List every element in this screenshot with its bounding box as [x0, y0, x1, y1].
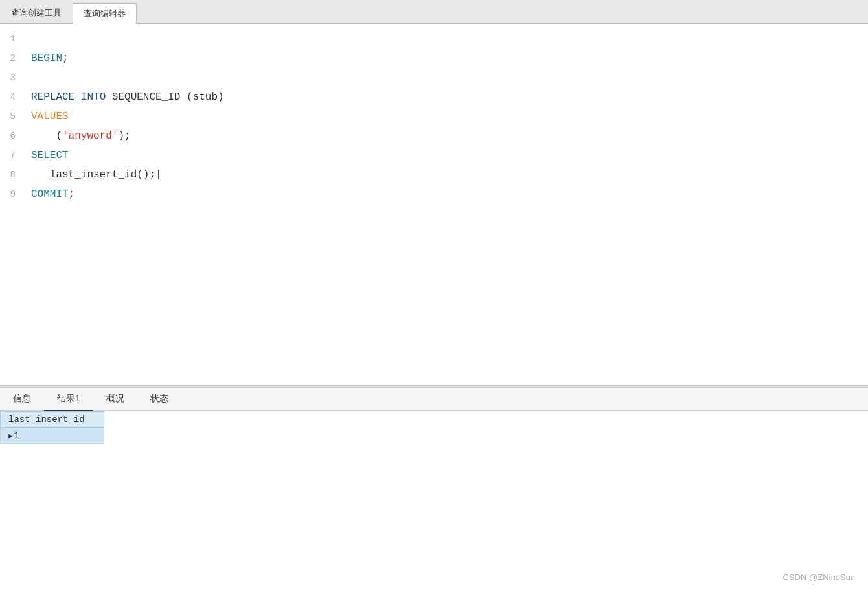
line-number-4: 4 [0, 87, 16, 107]
cell-value-1: ►1 [1, 428, 104, 444]
row-arrow-icon: ► [8, 432, 13, 440]
result-tab-overview[interactable]: 概况 [93, 388, 137, 410]
result-content: last_insert_id ►1 [0, 411, 868, 595]
line-numbers: 1 2 3 4 5 6 7 8 9 [0, 29, 26, 379]
result-tab-status[interactable]: 状态 [137, 388, 181, 410]
code-editor[interactable]: 1 2 3 4 5 6 7 8 9 BEGIN; REPLACE INTO SE… [0, 24, 868, 385]
str-anyword: 'anyword' [62, 130, 118, 142]
code-line-7: SELECT [31, 146, 868, 165]
code-line-2: BEGIN; [31, 49, 868, 68]
result-tab-result1[interactable]: 结果1 [44, 388, 93, 411]
kw-replace: REPLACE [31, 91, 74, 103]
code-line-8: last_insert_id();| [31, 165, 868, 185]
table-row[interactable]: ►1 [1, 428, 104, 444]
table-header-row: last_insert_id [1, 412, 104, 428]
code-line-4: REPLACE INTO SEQUENCE_ID (stub) [31, 87, 868, 107]
app-container: 查询创建工具 查询编辑器 1 2 3 4 5 6 7 8 9 BEGIN; [0, 0, 868, 595]
line-number-3: 3 [0, 68, 16, 87]
col-header-last-insert-id: last_insert_id [1, 412, 104, 428]
code-line-3 [31, 68, 868, 87]
line-number-9: 9 [0, 185, 16, 204]
bottom-panel: 信息 结果1 概况 状态 last_insert_id ►1 [0, 388, 868, 595]
code-line-1 [31, 29, 868, 49]
code-line-5: VALUES [31, 107, 868, 126]
kw-into: INTO [81, 91, 106, 103]
line-number-7: 7 [0, 146, 16, 165]
line-number-5: 5 [0, 107, 16, 126]
tab-query-builder[interactable]: 查询创建工具 [0, 3, 73, 23]
result-table: last_insert_id ►1 [0, 411, 104, 444]
kw-select: SELECT [31, 150, 69, 161]
line-number-2: 2 [0, 49, 16, 68]
watermark: CSDN @ZNineSun [783, 572, 855, 582]
line-number-8: 8 [0, 165, 16, 185]
tab-query-editor[interactable]: 查询编辑器 [73, 3, 137, 24]
result-tab-info[interactable]: 信息 [0, 388, 44, 410]
line-number-1: 1 [0, 29, 16, 49]
kw-values: VALUES [31, 111, 69, 122]
kw-commit: COMMIT [31, 188, 69, 200]
top-tab-bar: 查询创建工具 查询编辑器 [0, 0, 868, 24]
code-line-9: COMMIT; [31, 185, 868, 204]
line-number-6: 6 [0, 126, 16, 146]
code-line-6: ('anyword'); [31, 126, 868, 146]
kw-begin: BEGIN [31, 52, 62, 64]
code-content[interactable]: BEGIN; REPLACE INTO SEQUENCE_ID (stub) V… [26, 29, 868, 379]
result-tab-bar: 信息 结果1 概况 状态 [0, 388, 868, 411]
editor-area: 1 2 3 4 5 6 7 8 9 BEGIN; REPLACE INTO SE… [0, 24, 868, 385]
